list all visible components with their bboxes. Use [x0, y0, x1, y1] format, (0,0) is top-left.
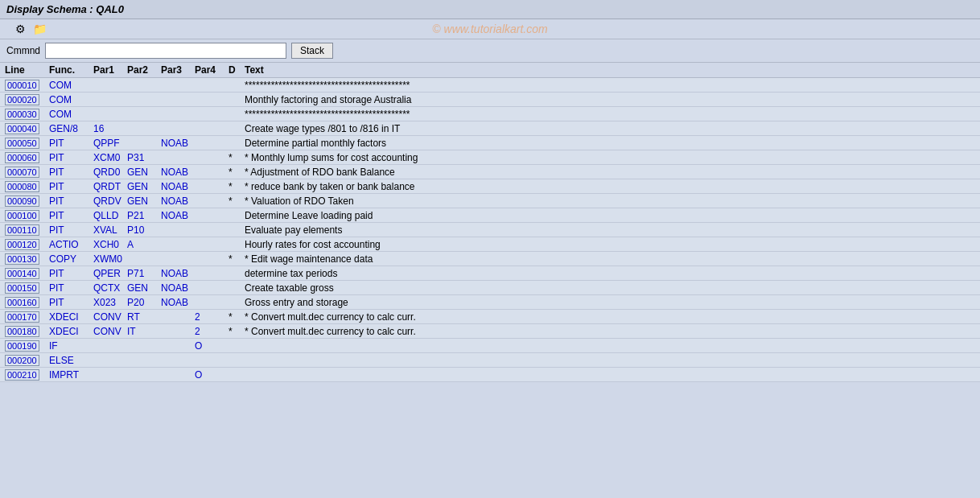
- table-row[interactable]: 000070PITQRD0GENNOAB** Adjustment of RDO…: [0, 165, 980, 179]
- table-row[interactable]: 000210IMPRTO: [0, 368, 980, 382]
- cell-d: *: [229, 181, 245, 192]
- cell-par3: NOAB: [161, 138, 195, 149]
- cell-par1: XCM0: [93, 152, 127, 163]
- table-row[interactable]: 000040GEN/816Create wage types /801 to /…: [0, 121, 980, 136]
- title-bar: Display Schema : QAL0: [0, 0, 980, 19]
- header-par4: Par4: [195, 64, 229, 76]
- cell-par2: GEN: [127, 195, 161, 207]
- cell-text: * Edit wage maintenance data: [245, 253, 975, 265]
- cell-text: * Convert mult.dec currency to calc curr…: [245, 326, 975, 337]
- cell-d: *: [229, 152, 245, 163]
- cell-par2: GEN: [127, 282, 161, 294]
- cell-par1: CONV: [93, 311, 127, 323]
- cell-par1: XVAL: [93, 224, 127, 236]
- cell-text: Create wage types /801 to /816 in IT: [245, 123, 975, 134]
- cell-par1: QPER: [93, 268, 127, 279]
- stack-button[interactable]: Stack: [291, 43, 333, 59]
- cell-par4: O: [195, 369, 229, 381]
- cell-func: PIT: [49, 297, 93, 308]
- command-input[interactable]: [45, 43, 286, 59]
- cell-line: 000110: [5, 224, 49, 236]
- cell-text: determine tax periods: [245, 268, 975, 279]
- cell-text: Evaluate pay elements: [245, 224, 975, 236]
- table-row[interactable]: 000120ACTIOXCH0AHourly rates for cost ac…: [0, 237, 980, 252]
- table-row[interactable]: 000080PITQRDTGENNOAB** reduce bank by ta…: [0, 179, 980, 194]
- cell-par2: RT: [127, 311, 161, 323]
- table-row[interactable]: 000020COMMonthly factoring and storage A…: [0, 93, 980, 107]
- cell-d: *: [229, 167, 245, 178]
- cell-func: GEN/8: [49, 123, 93, 134]
- table-row[interactable]: 000090PITQRDVGENNOAB** Valuation of RDO …: [0, 194, 980, 208]
- cell-text: Hourly rates for cost accounting: [245, 239, 975, 250]
- table-row[interactable]: 000130COPYXWM0** Edit wage maintenance d…: [0, 252, 980, 266]
- cell-func: COPY: [49, 253, 93, 265]
- cell-text: Gross entry and storage: [245, 297, 975, 308]
- table-row[interactable]: 000190IFO: [0, 339, 980, 353]
- header-func: Func.: [49, 64, 93, 76]
- main-content: Line Func. Par1 Par2 Par3 Par4 D Text 00…: [0, 63, 980, 382]
- cell-par1: XWM0: [93, 253, 127, 265]
- cell-par1: X023: [93, 297, 127, 308]
- cell-line: 000100: [5, 210, 49, 221]
- cell-par2: P20: [127, 297, 161, 308]
- table-row[interactable]: 000150PITQCTXGENNOABCreate taxable gross: [0, 281, 980, 295]
- table-row[interactable]: 000140PITQPERP71NOABdetermine tax period…: [0, 266, 980, 281]
- table-row[interactable]: 000060PITXCM0P31** Monthly lump sums for…: [0, 150, 980, 165]
- cell-func: ELSE: [49, 355, 93, 366]
- cell-line: 000020: [5, 94, 49, 105]
- table-body: 000010COM*******************************…: [0, 78, 980, 382]
- cell-func: PIT: [49, 282, 93, 294]
- cell-func: ACTIO: [49, 239, 93, 250]
- folder-icon[interactable]: 📁: [32, 22, 47, 36]
- cell-text: ****************************************…: [245, 80, 975, 91]
- table-row[interactable]: 000100PITQLLDP21NOABDetermine Leave load…: [0, 208, 980, 223]
- cell-par1: 16: [93, 123, 127, 134]
- cell-par3: NOAB: [161, 282, 195, 294]
- cell-line: 000070: [5, 167, 49, 178]
- cell-text: * Valuation of RDO Taken: [245, 195, 975, 207]
- settings-icon[interactable]: ⚙: [13, 22, 27, 36]
- cell-par1: QRD0: [93, 167, 127, 178]
- cell-par4: 2: [195, 326, 229, 337]
- cell-text: * Adjustment of RDO bank Balance: [245, 167, 975, 178]
- cell-line: 000040: [5, 123, 49, 134]
- cell-func: XDECI: [49, 311, 93, 323]
- cell-par2: P10: [127, 224, 161, 236]
- cell-line: 000010: [5, 80, 49, 91]
- table-row[interactable]: 000200ELSE: [0, 353, 980, 368]
- cell-text: Create taxable gross: [245, 282, 975, 294]
- cell-par2: P71: [127, 268, 161, 279]
- table-row[interactable]: 000160PITX023P20NOABGross entry and stor…: [0, 295, 980, 310]
- cell-par3: NOAB: [161, 167, 195, 178]
- cell-par3: NOAB: [161, 195, 195, 207]
- table-row[interactable]: 000010COM*******************************…: [0, 78, 980, 93]
- cell-par1: QRDT: [93, 181, 127, 192]
- cell-func: PIT: [49, 138, 93, 149]
- cell-text: * Convert mult.dec currency to calc curr…: [245, 311, 975, 323]
- table-row[interactable]: 000030COM*******************************…: [0, 107, 980, 121]
- cell-d: *: [229, 195, 245, 207]
- header-par2: Par2: [127, 64, 161, 76]
- cell-line: 000190: [5, 340, 49, 352]
- table-row[interactable]: 000170XDECICONVRT2** Convert mult.dec cu…: [0, 310, 980, 324]
- cell-d: *: [229, 311, 245, 323]
- cell-par3: NOAB: [161, 297, 195, 308]
- cell-func: COM: [49, 94, 93, 105]
- cell-line: 000170: [5, 311, 49, 323]
- cell-par2: GEN: [127, 167, 161, 178]
- cell-par2: P31: [127, 152, 161, 163]
- cell-func: PIT: [49, 181, 93, 192]
- cell-func: COM: [49, 109, 93, 120]
- cell-func: IF: [49, 340, 93, 352]
- cell-par1: QRDV: [93, 195, 127, 207]
- cell-par2: GEN: [127, 181, 161, 192]
- cell-line: 000030: [5, 109, 49, 120]
- table-row[interactable]: 000110PITXVALP10Evaluate pay elements: [0, 223, 980, 237]
- table-row[interactable]: 000180XDECICONVIT2** Convert mult.dec cu…: [0, 324, 980, 339]
- cell-line: 000150: [5, 282, 49, 294]
- command-label: Cmmnd: [6, 45, 40, 56]
- table-row[interactable]: 000050PITQPPFNOABDetermine partial month…: [0, 136, 980, 150]
- cell-par1: QLLD: [93, 210, 127, 221]
- cell-func: PIT: [49, 268, 93, 279]
- cell-line: 000160: [5, 297, 49, 308]
